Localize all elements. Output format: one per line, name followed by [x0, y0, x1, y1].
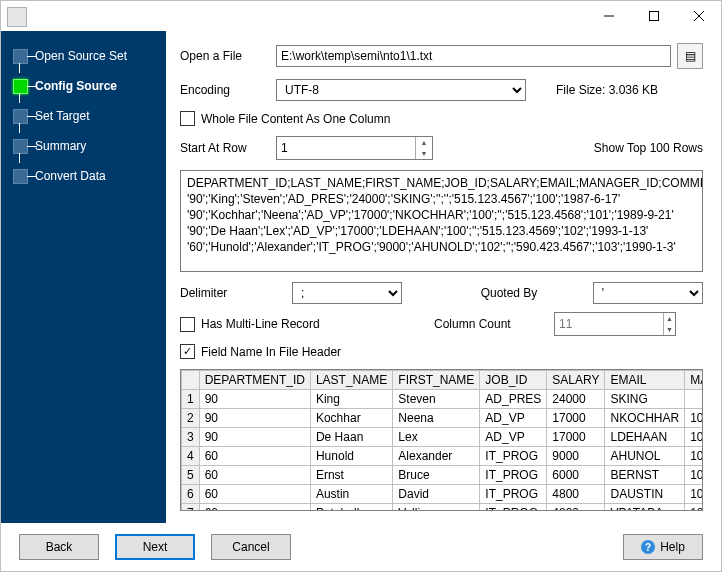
wizard-step-1[interactable]: Config Source	[1, 71, 166, 101]
column-header[interactable]: LAST_NAME	[310, 371, 392, 390]
step-label: Open Source Set	[35, 49, 127, 63]
cell[interactable]: 4800	[547, 504, 605, 512]
table-row[interactable]: 560ErnstBruceIT_PROG6000BERNST103	[182, 466, 704, 485]
cell[interactable]: LDEHAAN	[605, 428, 685, 447]
cell[interactable]: 100	[685, 409, 703, 428]
cell[interactable]: SKING	[605, 390, 685, 409]
column-header[interactable]: JOB_ID	[480, 371, 547, 390]
browse-button[interactable]: ▤	[677, 43, 703, 69]
cell[interactable]: IT_PROG	[480, 466, 547, 485]
cell[interactable]: NKOCHHAR	[605, 409, 685, 428]
cell[interactable]: 6000	[547, 466, 605, 485]
delimiter-select[interactable]: ;	[292, 282, 402, 304]
quoted-by-label: Quoted By	[481, 286, 563, 300]
cell[interactable]: 17000	[547, 428, 605, 447]
cell[interactable]: Ernst	[310, 466, 392, 485]
close-button[interactable]	[676, 1, 721, 31]
cell[interactable]	[685, 390, 703, 409]
cell[interactable]: Lex	[393, 428, 480, 447]
cell[interactable]: IT_PROG	[480, 447, 547, 466]
file-preview[interactable]: DEPARTMENT_ID;LAST_NAME;FIRST_NAME;JOB_I…	[180, 170, 703, 272]
spin-down-icon[interactable]: ▼	[416, 148, 432, 159]
quoted-by-select[interactable]: '	[593, 282, 703, 304]
cancel-button[interactable]: Cancel	[211, 534, 291, 560]
cell[interactable]: David	[393, 485, 480, 504]
cell[interactable]: 60	[199, 447, 310, 466]
column-count-input[interactable]	[555, 313, 663, 335]
cell[interactable]: King	[310, 390, 392, 409]
cell[interactable]: AHUNOL	[605, 447, 685, 466]
cell[interactable]: VPATABA	[605, 504, 685, 512]
cell[interactable]: Kochhar	[310, 409, 392, 428]
table-row[interactable]: 190KingStevenAD_PRES24000SKING	[182, 390, 704, 409]
cell[interactable]: AD_PRES	[480, 390, 547, 409]
column-count-spinner[interactable]: ▲▼	[554, 312, 676, 336]
encoding-select[interactable]: UTF-8	[276, 79, 526, 101]
cell[interactable]: IT_PROG	[480, 485, 547, 504]
table-row[interactable]: 290KochharNeenaAD_VP17000NKOCHHAR100	[182, 409, 704, 428]
column-header[interactable]: MANAGER_ID	[685, 371, 703, 390]
cell[interactable]: 90	[199, 428, 310, 447]
wizard-step-0[interactable]: Open Source Set	[1, 41, 166, 71]
cell[interactable]: 9000	[547, 447, 605, 466]
multiline-checkbox[interactable]: Has Multi-Line Record	[180, 317, 404, 332]
cell[interactable]: Alexander	[393, 447, 480, 466]
column-header[interactable]: EMAIL	[605, 371, 685, 390]
cell[interactable]: IT_PROG	[480, 504, 547, 512]
data-table[interactable]: DEPARTMENT_IDLAST_NAMEFIRST_NAMEJOB_IDSA…	[180, 369, 703, 511]
whole-file-label: Whole File Content As One Column	[201, 112, 390, 126]
cell[interactable]: 103	[685, 485, 703, 504]
cell[interactable]: Steven	[393, 390, 480, 409]
help-button[interactable]: ? Help	[623, 534, 703, 560]
preview-line: '60';'Hunold';'Alexander';'IT_PROG';'900…	[187, 239, 696, 255]
cell[interactable]: 4800	[547, 485, 605, 504]
cell[interactable]: 60	[199, 485, 310, 504]
cell[interactable]: 60	[199, 466, 310, 485]
step-label: Summary	[35, 139, 86, 153]
file-path-input[interactable]	[276, 45, 671, 67]
cell[interactable]: Austin	[310, 485, 392, 504]
spin-up-icon[interactable]: ▲	[664, 313, 675, 324]
minimize-button[interactable]	[586, 1, 631, 31]
cell[interactable]: 90	[199, 409, 310, 428]
row-number: 1	[182, 390, 200, 409]
next-button[interactable]: Next	[115, 534, 195, 560]
start-row-spinner[interactable]: ▲▼	[276, 136, 433, 160]
table-row[interactable]: 660AustinDavidIT_PROG4800DAUSTIN103	[182, 485, 704, 504]
cell[interactable]: AD_VP	[480, 428, 547, 447]
back-button[interactable]: Back	[19, 534, 99, 560]
cell[interactable]: Neena	[393, 409, 480, 428]
cell[interactable]: 90	[199, 390, 310, 409]
field-header-checkbox[interactable]: Field Name In File Header	[180, 344, 341, 359]
cell[interactable]: 102	[685, 447, 703, 466]
cell[interactable]: DAUSTIN	[605, 485, 685, 504]
cell[interactable]: 103	[685, 504, 703, 512]
maximize-button[interactable]	[631, 1, 676, 31]
column-header[interactable]: SALARY	[547, 371, 605, 390]
table-row[interactable]: 460HunoldAlexanderIT_PROG9000AHUNOL102	[182, 447, 704, 466]
wizard-step-4[interactable]: Convert Data	[1, 161, 166, 191]
cell[interactable]: 100	[685, 428, 703, 447]
column-header[interactable]: DEPARTMENT_ID	[199, 371, 310, 390]
cell[interactable]: Pataballa	[310, 504, 392, 512]
cell[interactable]: Valli	[393, 504, 480, 512]
cell[interactable]: 60	[199, 504, 310, 512]
cell[interactable]: AD_VP	[480, 409, 547, 428]
cell[interactable]: Hunold	[310, 447, 392, 466]
cell[interactable]: Bruce	[393, 466, 480, 485]
cell[interactable]: 103	[685, 466, 703, 485]
table-row[interactable]: 390De HaanLexAD_VP17000LDEHAAN100	[182, 428, 704, 447]
whole-file-checkbox[interactable]: Whole File Content As One Column	[180, 111, 390, 126]
cell[interactable]: 17000	[547, 409, 605, 428]
wizard-step-3[interactable]: Summary	[1, 131, 166, 161]
table-row[interactable]: 760PataballaValliIT_PROG4800VPATABA103	[182, 504, 704, 512]
row-number: 7	[182, 504, 200, 512]
start-row-input[interactable]	[277, 137, 415, 159]
cell[interactable]: BERNST	[605, 466, 685, 485]
spin-down-icon[interactable]: ▼	[664, 324, 675, 335]
cell[interactable]: De Haan	[310, 428, 392, 447]
spin-up-icon[interactable]: ▲	[416, 137, 432, 148]
cell[interactable]: 24000	[547, 390, 605, 409]
column-header[interactable]: FIRST_NAME	[393, 371, 480, 390]
wizard-step-2[interactable]: Set Target	[1, 101, 166, 131]
